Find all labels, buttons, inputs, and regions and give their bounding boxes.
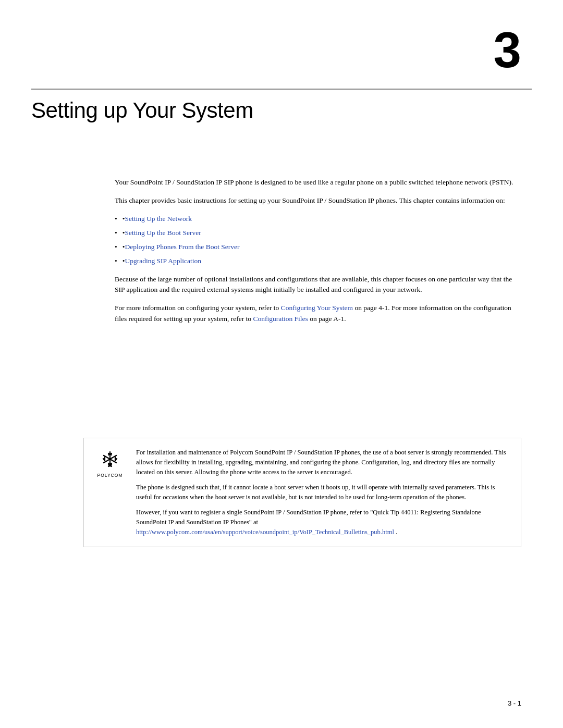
page: 3 Setting up Your System Your SoundPoint… (0, 0, 563, 728)
link-upgrading-sip[interactable]: Upgrading SIP Application (125, 256, 201, 267)
polycom-logo-icon (99, 448, 121, 471)
content-area: Your SoundPoint IP / SoundStation IP SIP… (115, 177, 521, 332)
list-item: • Upgrading SIP Application (115, 256, 521, 267)
link-deploying-phones[interactable]: Deploying Phones From the Boot Server (125, 242, 239, 253)
note-para-3: However, if you want to register a singl… (136, 508, 510, 537)
paragraph-3: Because of the large number of optional … (115, 274, 521, 296)
link-polycom-url[interactable]: http://www.polycom.com/usa/en/support/vo… (136, 528, 394, 536)
chapter-title: Setting up Your System (31, 98, 253, 123)
list-item: • Setting Up the Boot Server (115, 228, 521, 239)
note-para-1: For installation and maintenance of Poly… (136, 448, 510, 477)
link-configuration-files[interactable]: Configuration Files (253, 315, 308, 323)
list-item: • Deploying Phones From the Boot Server (115, 242, 521, 253)
link-configuring-system[interactable]: Configuring Your System (281, 304, 353, 312)
bullet-list: • Setting Up the Network • Setting Up th… (115, 214, 521, 267)
horizontal-rule (31, 89, 532, 90)
page-number: 3 - 1 (508, 699, 521, 707)
intro-paragraph-2: This chapter provides basic instructions… (115, 195, 521, 206)
link-setting-up-network[interactable]: Setting Up the Network (125, 214, 192, 225)
polycom-label: POLYCOM (97, 473, 123, 478)
link-setting-up-boot-server[interactable]: Setting Up the Boot Server (125, 228, 201, 239)
intro-paragraph-1: Your SoundPoint IP / SoundStation IP SIP… (115, 177, 521, 188)
note-para3-start: However, if you want to register a singl… (136, 509, 481, 526)
chapter-number: 3 (494, 25, 521, 75)
note-box: POLYCOM For installation and maintenance… (83, 438, 521, 547)
list-item: • Setting Up the Network (115, 214, 521, 225)
para4-end: on page A-1. (308, 315, 346, 323)
note-para-2: The phone is designed such that, if it c… (136, 483, 510, 502)
note-content: For installation and maintenance of Poly… (136, 448, 510, 537)
para4-start: For more information on configuring your… (115, 304, 281, 312)
paragraph-4: For more information on configuring your… (115, 303, 521, 325)
note-icon-area: POLYCOM (94, 448, 126, 537)
note-para3-end: . (394, 528, 397, 536)
